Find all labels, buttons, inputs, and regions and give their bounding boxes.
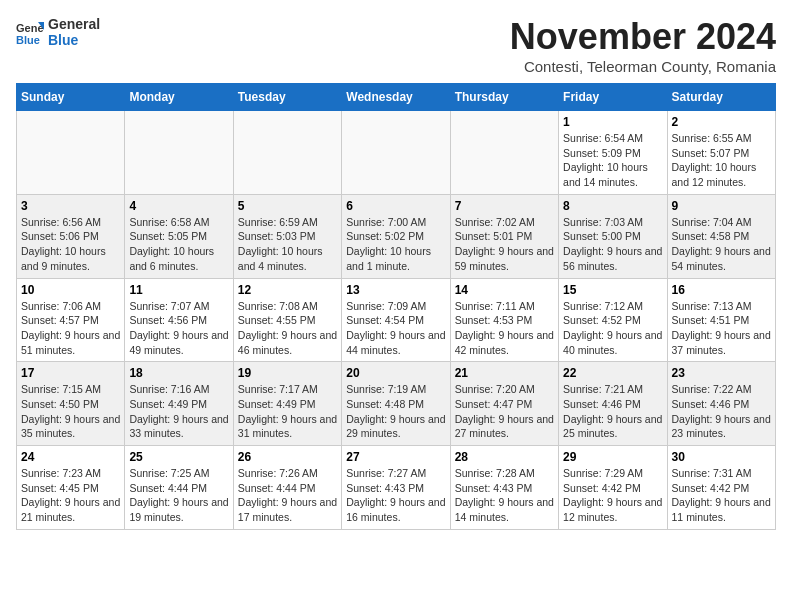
day-number: 19 <box>238 366 337 380</box>
cell-info: Sunrise: 7:15 AM Sunset: 4:50 PM Dayligh… <box>21 382 120 441</box>
day-number: 6 <box>346 199 445 213</box>
calendar-cell: 20Sunrise: 7:19 AM Sunset: 4:48 PM Dayli… <box>342 362 450 446</box>
day-number: 17 <box>21 366 120 380</box>
calendar-cell: 18Sunrise: 7:16 AM Sunset: 4:49 PM Dayli… <box>125 362 233 446</box>
day-number: 14 <box>455 283 554 297</box>
cell-info: Sunrise: 7:27 AM Sunset: 4:43 PM Dayligh… <box>346 466 445 525</box>
cell-info: Sunrise: 7:29 AM Sunset: 4:42 PM Dayligh… <box>563 466 662 525</box>
month-title: November 2024 <box>510 16 776 58</box>
calendar-cell <box>17 111 125 195</box>
calendar-cell: 17Sunrise: 7:15 AM Sunset: 4:50 PM Dayli… <box>17 362 125 446</box>
calendar-cell: 23Sunrise: 7:22 AM Sunset: 4:46 PM Dayli… <box>667 362 775 446</box>
calendar-cell: 8Sunrise: 7:03 AM Sunset: 5:00 PM Daylig… <box>559 194 667 278</box>
logo: General Blue General Blue <box>16 16 100 48</box>
calendar-cell: 2Sunrise: 6:55 AM Sunset: 5:07 PM Daylig… <box>667 111 775 195</box>
day-number: 11 <box>129 283 228 297</box>
weekday-header-friday: Friday <box>559 84 667 111</box>
logo-general: General <box>48 16 100 32</box>
day-number: 7 <box>455 199 554 213</box>
day-number: 16 <box>672 283 771 297</box>
calendar-cell: 16Sunrise: 7:13 AM Sunset: 4:51 PM Dayli… <box>667 278 775 362</box>
calendar-cell <box>233 111 341 195</box>
day-number: 5 <box>238 199 337 213</box>
cell-info: Sunrise: 7:07 AM Sunset: 4:56 PM Dayligh… <box>129 299 228 358</box>
calendar: SundayMondayTuesdayWednesdayThursdayFrid… <box>16 83 776 530</box>
day-number: 15 <box>563 283 662 297</box>
calendar-cell: 10Sunrise: 7:06 AM Sunset: 4:57 PM Dayli… <box>17 278 125 362</box>
header: General Blue General Blue November 2024 … <box>16 16 776 75</box>
cell-info: Sunrise: 7:11 AM Sunset: 4:53 PM Dayligh… <box>455 299 554 358</box>
week-row-2: 3Sunrise: 6:56 AM Sunset: 5:06 PM Daylig… <box>17 194 776 278</box>
calendar-cell: 3Sunrise: 6:56 AM Sunset: 5:06 PM Daylig… <box>17 194 125 278</box>
week-row-1: 1Sunrise: 6:54 AM Sunset: 5:09 PM Daylig… <box>17 111 776 195</box>
calendar-cell: 6Sunrise: 7:00 AM Sunset: 5:02 PM Daylig… <box>342 194 450 278</box>
svg-text:Blue: Blue <box>16 34 40 46</box>
day-number: 24 <box>21 450 120 464</box>
calendar-cell: 12Sunrise: 7:08 AM Sunset: 4:55 PM Dayli… <box>233 278 341 362</box>
calendar-cell <box>125 111 233 195</box>
cell-info: Sunrise: 6:59 AM Sunset: 5:03 PM Dayligh… <box>238 215 337 274</box>
calendar-cell: 19Sunrise: 7:17 AM Sunset: 4:49 PM Dayli… <box>233 362 341 446</box>
day-number: 29 <box>563 450 662 464</box>
logo-icon: General Blue <box>16 18 44 46</box>
calendar-cell: 1Sunrise: 6:54 AM Sunset: 5:09 PM Daylig… <box>559 111 667 195</box>
subtitle: Contesti, Teleorman County, Romania <box>510 58 776 75</box>
cell-info: Sunrise: 6:54 AM Sunset: 5:09 PM Dayligh… <box>563 131 662 190</box>
cell-info: Sunrise: 6:56 AM Sunset: 5:06 PM Dayligh… <box>21 215 120 274</box>
calendar-cell <box>342 111 450 195</box>
calendar-cell <box>450 111 558 195</box>
cell-info: Sunrise: 7:16 AM Sunset: 4:49 PM Dayligh… <box>129 382 228 441</box>
calendar-cell: 26Sunrise: 7:26 AM Sunset: 4:44 PM Dayli… <box>233 446 341 530</box>
day-number: 4 <box>129 199 228 213</box>
weekday-header-monday: Monday <box>125 84 233 111</box>
week-row-5: 24Sunrise: 7:23 AM Sunset: 4:45 PM Dayli… <box>17 446 776 530</box>
day-number: 30 <box>672 450 771 464</box>
week-row-4: 17Sunrise: 7:15 AM Sunset: 4:50 PM Dayli… <box>17 362 776 446</box>
calendar-cell: 4Sunrise: 6:58 AM Sunset: 5:05 PM Daylig… <box>125 194 233 278</box>
calendar-cell: 27Sunrise: 7:27 AM Sunset: 4:43 PM Dayli… <box>342 446 450 530</box>
cell-info: Sunrise: 7:22 AM Sunset: 4:46 PM Dayligh… <box>672 382 771 441</box>
calendar-cell: 30Sunrise: 7:31 AM Sunset: 4:42 PM Dayli… <box>667 446 775 530</box>
day-number: 2 <box>672 115 771 129</box>
cell-info: Sunrise: 7:20 AM Sunset: 4:47 PM Dayligh… <box>455 382 554 441</box>
calendar-cell: 15Sunrise: 7:12 AM Sunset: 4:52 PM Dayli… <box>559 278 667 362</box>
cell-info: Sunrise: 7:31 AM Sunset: 4:42 PM Dayligh… <box>672 466 771 525</box>
day-number: 26 <box>238 450 337 464</box>
cell-info: Sunrise: 7:08 AM Sunset: 4:55 PM Dayligh… <box>238 299 337 358</box>
day-number: 8 <box>563 199 662 213</box>
day-number: 27 <box>346 450 445 464</box>
cell-info: Sunrise: 7:02 AM Sunset: 5:01 PM Dayligh… <box>455 215 554 274</box>
cell-info: Sunrise: 7:03 AM Sunset: 5:00 PM Dayligh… <box>563 215 662 274</box>
cell-info: Sunrise: 7:21 AM Sunset: 4:46 PM Dayligh… <box>563 382 662 441</box>
day-number: 25 <box>129 450 228 464</box>
cell-info: Sunrise: 6:58 AM Sunset: 5:05 PM Dayligh… <box>129 215 228 274</box>
day-number: 23 <box>672 366 771 380</box>
day-number: 22 <box>563 366 662 380</box>
weekday-header-sunday: Sunday <box>17 84 125 111</box>
cell-info: Sunrise: 7:00 AM Sunset: 5:02 PM Dayligh… <box>346 215 445 274</box>
cell-info: Sunrise: 7:06 AM Sunset: 4:57 PM Dayligh… <box>21 299 120 358</box>
cell-info: Sunrise: 7:23 AM Sunset: 4:45 PM Dayligh… <box>21 466 120 525</box>
calendar-cell: 22Sunrise: 7:21 AM Sunset: 4:46 PM Dayli… <box>559 362 667 446</box>
day-number: 1 <box>563 115 662 129</box>
day-number: 3 <box>21 199 120 213</box>
calendar-cell: 5Sunrise: 6:59 AM Sunset: 5:03 PM Daylig… <box>233 194 341 278</box>
day-number: 13 <box>346 283 445 297</box>
day-number: 9 <box>672 199 771 213</box>
weekday-header-thursday: Thursday <box>450 84 558 111</box>
day-number: 21 <box>455 366 554 380</box>
day-number: 20 <box>346 366 445 380</box>
calendar-cell: 28Sunrise: 7:28 AM Sunset: 4:43 PM Dayli… <box>450 446 558 530</box>
cell-info: Sunrise: 7:13 AM Sunset: 4:51 PM Dayligh… <box>672 299 771 358</box>
cell-info: Sunrise: 7:17 AM Sunset: 4:49 PM Dayligh… <box>238 382 337 441</box>
cell-info: Sunrise: 7:28 AM Sunset: 4:43 PM Dayligh… <box>455 466 554 525</box>
calendar-cell: 21Sunrise: 7:20 AM Sunset: 4:47 PM Dayli… <box>450 362 558 446</box>
weekday-header-tuesday: Tuesday <box>233 84 341 111</box>
cell-info: Sunrise: 7:04 AM Sunset: 4:58 PM Dayligh… <box>672 215 771 274</box>
day-number: 28 <box>455 450 554 464</box>
weekday-header-wednesday: Wednesday <box>342 84 450 111</box>
logo-blue: Blue <box>48 32 100 48</box>
week-row-3: 10Sunrise: 7:06 AM Sunset: 4:57 PM Dayli… <box>17 278 776 362</box>
cell-info: Sunrise: 7:12 AM Sunset: 4:52 PM Dayligh… <box>563 299 662 358</box>
calendar-cell: 7Sunrise: 7:02 AM Sunset: 5:01 PM Daylig… <box>450 194 558 278</box>
